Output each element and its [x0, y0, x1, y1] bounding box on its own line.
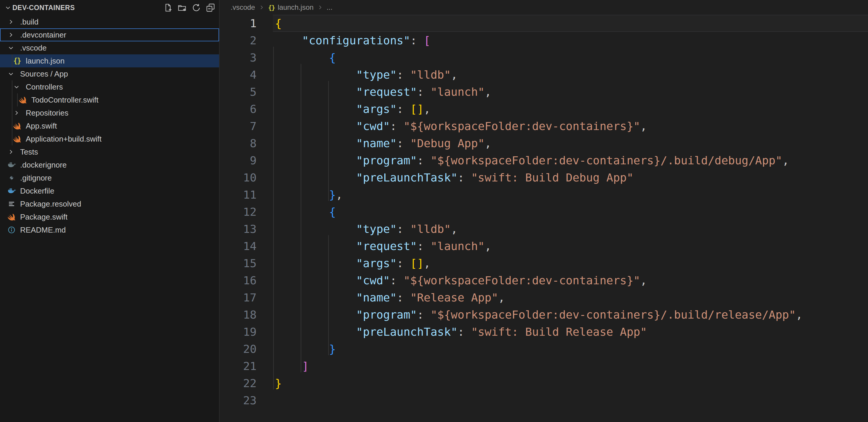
token-pn: : — [417, 240, 430, 253]
line-number[interactable]: 18 — [220, 306, 257, 323]
tree-item-app-swift[interactable]: App.swift — [0, 119, 219, 132]
code-line-15[interactable]: 15 "args": [], — [220, 255, 868, 272]
line-number[interactable]: 16 — [220, 272, 257, 289]
line-number[interactable]: 3 — [220, 49, 257, 66]
tree-item-label: launch.json — [26, 57, 65, 66]
new-file-icon[interactable] — [163, 3, 173, 13]
line-number[interactable]: 8 — [220, 135, 257, 152]
code-line-16[interactable]: 16 "cwd": "${workspaceFolder:dev-contain… — [220, 272, 868, 289]
token-pn: , — [451, 223, 458, 235]
code-line-23[interactable]: 23 — [220, 392, 868, 409]
line-number[interactable]: 12 — [220, 203, 257, 221]
token-b1: } — [275, 377, 282, 390]
swift-icon — [13, 135, 21, 143]
token-ws — [275, 86, 356, 98]
code-line-1[interactable]: 1{ — [220, 15, 868, 32]
token-pn: , — [782, 154, 789, 167]
tree-item-build[interactable]: .build — [0, 15, 219, 28]
explorer-section-header[interactable]: DEV-CONTAINERS — [0, 0, 219, 15]
token-pn: , — [485, 240, 491, 253]
line-number[interactable]: 22 — [220, 375, 257, 392]
refresh-icon[interactable] — [191, 3, 201, 13]
code-line-8[interactable]: 8 "name": "Debug App", — [220, 135, 868, 152]
code-line-9[interactable]: 9 "program": "${workspaceFolder:dev-cont… — [220, 152, 868, 169]
code-line-14[interactable]: 14 "request": "launch", — [220, 237, 868, 255]
line-number[interactable]: 9 — [220, 152, 257, 169]
code-line-4[interactable]: 4 "type": "lldb", — [220, 66, 868, 83]
line-number[interactable]: 1 — [220, 15, 257, 32]
line-number[interactable]: 11 — [220, 186, 257, 203]
code-line-18[interactable]: 18 "program": "${workspaceFolder:dev-con… — [220, 306, 868, 323]
code-line-text: "args": [], — [275, 255, 430, 272]
line-number[interactable]: 21 — [220, 358, 257, 375]
code-line-text: { — [275, 203, 336, 221]
token-pn: : — [417, 154, 430, 167]
code-line-19[interactable]: 19 "preLaunchTask": "swift: Build Releas… — [220, 323, 868, 340]
tree-item-devcontainer[interactable]: .devcontainer — [0, 28, 219, 41]
code-line-2[interactable]: 2 "configurations": [ — [220, 32, 868, 49]
breadcrumb-item[interactable]: launch.json — [278, 3, 313, 11]
token-str: "Release App" — [410, 291, 498, 304]
code-line-11[interactable]: 11 }, — [220, 186, 868, 203]
line-number[interactable]: 15 — [220, 255, 257, 272]
tree-item-todocontroller-swift[interactable]: TodoController.swift — [0, 93, 219, 106]
line-number[interactable]: 13 — [220, 221, 257, 237]
line-number[interactable]: 23 — [220, 392, 257, 409]
line-number[interactable]: 17 — [220, 289, 257, 306]
tree-item-gitignore[interactable]: .gitignore — [0, 171, 219, 185]
tree-item-application-build-swift[interactable]: Application+build.swift — [0, 132, 219, 145]
code-line-5[interactable]: 5 "request": "launch", — [220, 83, 868, 100]
code-line-text: "request": "launch", — [275, 237, 491, 255]
line-number[interactable]: 5 — [220, 83, 257, 100]
tree-item-dockerfile[interactable]: Dockerfile — [0, 185, 219, 197]
line-number[interactable]: 14 — [220, 237, 257, 255]
code-line-10[interactable]: 10 "preLaunchTask": "swift: Build Debug … — [220, 169, 868, 186]
code-line-text: "name": "Debug App", — [275, 135, 491, 152]
tree-item-vscode[interactable]: .vscode — [0, 41, 219, 54]
line-number[interactable]: 2 — [220, 32, 257, 49]
code-line-13[interactable]: 13 "type": "lldb", — [220, 221, 868, 237]
line-number[interactable]: 4 — [220, 66, 257, 83]
code-line-text: ] — [275, 358, 309, 375]
tree-item-package-resolved[interactable]: Package.resolved — [0, 197, 219, 210]
breadcrumb-item[interactable]: .vscode — [230, 3, 255, 11]
token-key: "cwd" — [356, 120, 390, 133]
tree-item-dockerignore[interactable]: .dockerignore — [0, 158, 219, 171]
token-pn: , — [796, 308, 803, 321]
code-line-3[interactable]: 3 { — [220, 49, 868, 66]
chevron-down-icon — [4, 4, 12, 11]
new-folder-icon[interactable] — [177, 3, 187, 13]
token-key: "name" — [356, 137, 397, 150]
code-line-22[interactable]: 22} — [220, 375, 868, 392]
line-number[interactable]: 20 — [220, 340, 257, 358]
token-pn: : — [390, 120, 404, 133]
line-number[interactable]: 19 — [220, 323, 257, 340]
token-key: "configurations" — [302, 34, 410, 47]
token-pn: : — [410, 34, 424, 47]
code-line-text: "args": [], — [275, 100, 430, 118]
code-line-7[interactable]: 7 "cwd": "${workspaceFolder:dev-containe… — [220, 118, 868, 135]
tree-item-readme-md[interactable]: README.md — [0, 223, 219, 236]
line-number[interactable]: 6 — [220, 100, 257, 118]
code-line-20[interactable]: 20 } — [220, 340, 868, 358]
tree-item-launch-json[interactable]: {}launch.json — [0, 54, 219, 67]
token-pn: : — [397, 257, 410, 270]
token-str: "Debug App" — [410, 137, 485, 150]
line-number[interactable]: 10 — [220, 169, 257, 186]
code-line-text: "program": "${workspaceFolder:dev-contai… — [275, 306, 803, 323]
tree-item-repositories[interactable]: Repositories — [0, 106, 219, 119]
docker-blue-icon — [8, 187, 16, 194]
breadcrumb-item[interactable]: ... — [327, 3, 333, 11]
tree-item-tests[interactable]: Tests — [0, 145, 219, 158]
code-line-21[interactable]: 21 ] — [220, 358, 868, 375]
code-area[interactable]: 1{2 "configurations": [3 {4 "type": "lld… — [220, 15, 868, 422]
line-number[interactable]: 7 — [220, 118, 257, 135]
tree-item-package-swift[interactable]: Package.swift — [0, 210, 219, 223]
code-line-12[interactable]: 12 { — [220, 203, 868, 221]
tree-item-sources-app[interactable]: Sources / App — [0, 67, 219, 80]
code-line-text: "program": "${workspaceFolder:dev-contai… — [275, 152, 789, 169]
tree-item-controllers[interactable]: Controllers — [0, 80, 219, 93]
code-line-17[interactable]: 17 "name": "Release App", — [220, 289, 868, 306]
code-line-6[interactable]: 6 "args": [], — [220, 100, 868, 118]
collapse-all-icon[interactable] — [206, 3, 216, 13]
